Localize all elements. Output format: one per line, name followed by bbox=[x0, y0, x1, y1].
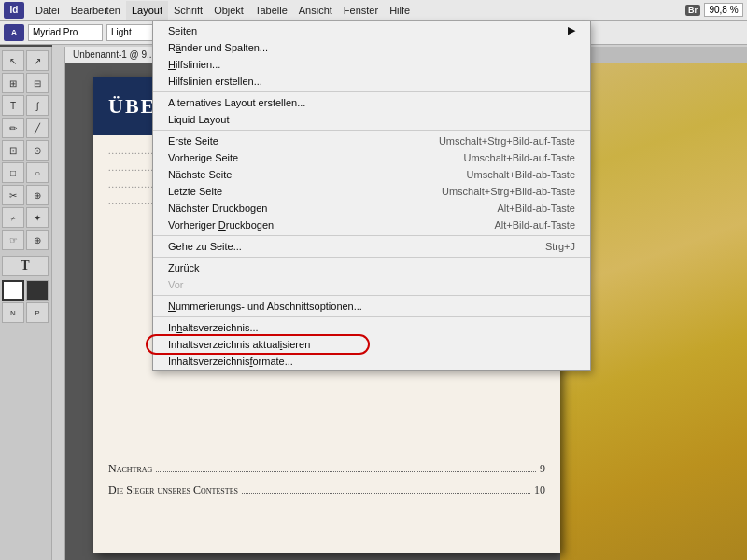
menu-item-naechster-druckbogen[interactable]: Nächster Druckbogen Alt+Bild-ab-Taste bbox=[153, 200, 590, 217]
layout-menu: Seiten ▶ Ränder und Spalten... Hilfslini… bbox=[152, 21, 591, 371]
shortcut-gehe-zu-seite: Strg+J bbox=[545, 241, 575, 252]
shortcut-vorherige-seite: Umschalt+Bild-auf-Taste bbox=[463, 152, 575, 163]
tool-row-5: ⊡ ⊙ bbox=[2, 140, 49, 161]
tool-row-2: ⊞ ⊟ bbox=[2, 73, 49, 93]
shortcut-naechster-druckbogen: Alt+Bild-ab-Taste bbox=[498, 203, 575, 214]
pencil-tool[interactable]: ✏ bbox=[2, 118, 24, 138]
tool-row-7: ✂ ⊕ bbox=[2, 185, 49, 205]
toc-nachtrag-title: Nachtrag bbox=[108, 462, 152, 476]
doc-toc-bottom: Nachtrag 9 Die Sieger unseres Contestes … bbox=[93, 462, 560, 497]
toc-sieger: Die Sieger unseres Contestes 10 bbox=[108, 483, 545, 497]
menu-item-letzte-seite[interactable]: Letzte Seite Umschalt+Strg+Bild-ab-Taste bbox=[153, 183, 590, 200]
menu-layout[interactable]: Layout bbox=[126, 1, 168, 20]
menu-item-hilfslinien-erstellen[interactable]: Hilfslinien erstellen... bbox=[153, 73, 590, 90]
left-toolbar: ↖ ↗ ⊞ ⊟ T ∫ ✏ ╱ ⊡ ⊙ □ ○ ✂ ⊕ ⌿ ✦ ☞ ⊕ T N … bbox=[0, 47, 52, 560]
stroke-color-btn[interactable] bbox=[26, 280, 49, 301]
separator-1 bbox=[153, 91, 590, 92]
scissors-tool[interactable]: ✂ bbox=[2, 185, 24, 205]
tool-row-1: ↖ ↗ bbox=[2, 50, 49, 71]
menu-hilfe[interactable]: Hilfe bbox=[384, 1, 416, 20]
font-name-input[interactable] bbox=[28, 24, 103, 41]
document-tab[interactable]: Unbenannt-1 @ 9... bbox=[65, 47, 162, 63]
rect-frame-tool[interactable]: ⊡ bbox=[2, 140, 24, 161]
preview-mode-btn[interactable]: P bbox=[26, 302, 49, 323]
menu-item-vorherige-seite[interactable]: Vorherige Seite Umschalt+Bild-auf-Taste bbox=[153, 149, 590, 166]
separator-2 bbox=[153, 130, 590, 131]
text-tool[interactable]: T bbox=[2, 95, 24, 116]
tool-row-type: T bbox=[2, 256, 49, 276]
line-tool[interactable]: ╱ bbox=[26, 118, 49, 138]
app-logo: Id bbox=[4, 2, 24, 19]
menu-item-hilfslinien[interactable]: Hilfslinien... bbox=[153, 56, 590, 73]
toc-sieger-dots bbox=[242, 493, 530, 494]
menu-datei[interactable]: Datei bbox=[30, 1, 65, 20]
text-path-tool[interactable]: ∫ bbox=[26, 95, 49, 116]
submenu-arrow-seiten: ▶ bbox=[568, 24, 575, 36]
tool-select-icon: A bbox=[4, 24, 24, 41]
menu-bearbeiten[interactable]: Bearbeiten bbox=[65, 1, 126, 20]
menu-item-nummerierung[interactable]: Nummerierungs- und Abschnittsoptionen... bbox=[153, 298, 590, 315]
zoom-input[interactable]: 90,8 % bbox=[704, 3, 743, 17]
page-tool[interactable]: ⊞ bbox=[2, 73, 24, 93]
menu-item-liquid-layout[interactable]: Liquid Layout bbox=[153, 111, 590, 128]
menu-item-erste-seite[interactable]: Erste Seite Umschalt+Strg+Bild-auf-Taste bbox=[153, 133, 590, 149]
separator-3 bbox=[153, 235, 590, 236]
menu-item-inhaltsverzeichnisformate[interactable]: Inhaltsverzeichnisformate... bbox=[153, 353, 590, 370]
tool-row-8: ⌿ ✦ bbox=[2, 207, 49, 228]
shortcut-erste-seite: Umschalt+Strg+Bild-auf-Taste bbox=[439, 135, 575, 147]
direct-select-tool[interactable]: ↗ bbox=[26, 50, 49, 71]
tool-row-mode: N P bbox=[2, 302, 49, 323]
zoom-tool[interactable]: ⊕ bbox=[26, 230, 49, 250]
gap-tool[interactable]: ⊟ bbox=[26, 73, 49, 93]
menu-item-gehe-zu-seite[interactable]: Gehe zu Seite... Strg+J bbox=[153, 238, 590, 255]
toc-sieger-title: Die Sieger unseres Contestes bbox=[108, 483, 238, 497]
menu-fenster[interactable]: Fenster bbox=[338, 1, 384, 20]
menu-item-naechste-seite[interactable]: Nächste Seite Umschalt+Bild-ab-Taste bbox=[153, 166, 590, 183]
menu-tabelle[interactable]: Tabelle bbox=[249, 1, 293, 20]
menu-objekt[interactable]: Objekt bbox=[208, 1, 249, 20]
toc-nachtrag-page: 9 bbox=[540, 462, 545, 476]
separator-5 bbox=[153, 295, 590, 296]
tool-row-3: T ∫ bbox=[2, 95, 49, 116]
menu-item-vor[interactable]: Vor bbox=[153, 276, 590, 293]
menu-schrift[interactable]: Schrift bbox=[168, 1, 208, 20]
rect-tool[interactable]: □ bbox=[2, 162, 24, 183]
hand-tool[interactable]: ☞ bbox=[2, 230, 24, 250]
fill-color-btn[interactable] bbox=[2, 280, 24, 301]
select-tool[interactable]: ↖ bbox=[2, 50, 24, 71]
measure-tool[interactable]: ✦ bbox=[26, 207, 49, 228]
tool-row-9: ☞ ⊕ bbox=[2, 230, 49, 250]
menu-item-vorheriger-druckbogen[interactable]: Vorheriger Druckbogen Alt+Bild-auf-Taste bbox=[153, 217, 590, 233]
tool-row-4: ✏ ╱ bbox=[2, 118, 49, 138]
toc-nachtrag: Nachtrag 9 bbox=[108, 462, 545, 476]
toc-nachtrag-dots bbox=[156, 471, 536, 472]
tool-row-color bbox=[2, 280, 49, 301]
tool-row-6: □ ○ bbox=[2, 162, 49, 183]
menu-item-alternatives-layout[interactable]: Alternatives Layout erstellen... bbox=[153, 94, 590, 111]
shortcut-naechste-seite: Umschalt+Bild-ab-Taste bbox=[467, 169, 575, 180]
menu-ansicht[interactable]: Ansicht bbox=[293, 1, 338, 20]
free-transform-tool[interactable]: ⊕ bbox=[26, 185, 49, 205]
menu-item-raender[interactable]: Ränder und Spalten... bbox=[153, 39, 590, 56]
menu-item-seiten[interactable]: Seiten ▶ bbox=[153, 21, 590, 39]
shortcut-vorheriger-druckbogen: Alt+Bild-auf-Taste bbox=[494, 219, 575, 231]
menu-bar-right: Br 90,8 % bbox=[685, 3, 743, 17]
menu-item-inhaltsverzeichnis[interactable]: Inhaltsverzeichnis... bbox=[153, 319, 590, 336]
separator-6 bbox=[153, 316, 590, 317]
toc-sieger-page: 10 bbox=[534, 483, 545, 497]
normal-mode-btn[interactable]: N bbox=[2, 302, 24, 323]
menu-item-zurueck[interactable]: Zurück bbox=[153, 259, 590, 276]
text-type-tool[interactable]: T bbox=[2, 256, 49, 276]
menu-bar: Id Datei Bearbeiten Layout Schrift Objek… bbox=[0, 0, 747, 21]
ruler-vertical bbox=[52, 47, 65, 560]
separator-4 bbox=[153, 257, 590, 258]
shortcut-letzte-seite: Umschalt+Strg+Bild-ab-Taste bbox=[442, 186, 575, 197]
ellipse-tool[interactable]: ○ bbox=[26, 162, 49, 183]
menu-item-inhaltsverzeichnis-aktualisieren[interactable]: Inhaltsverzeichnis aktualisieren bbox=[153, 336, 590, 353]
br-badge: Br bbox=[685, 5, 700, 16]
ellipse-frame-tool[interactable]: ⊙ bbox=[26, 140, 49, 161]
eyedropper-tool[interactable]: ⌿ bbox=[2, 207, 24, 228]
